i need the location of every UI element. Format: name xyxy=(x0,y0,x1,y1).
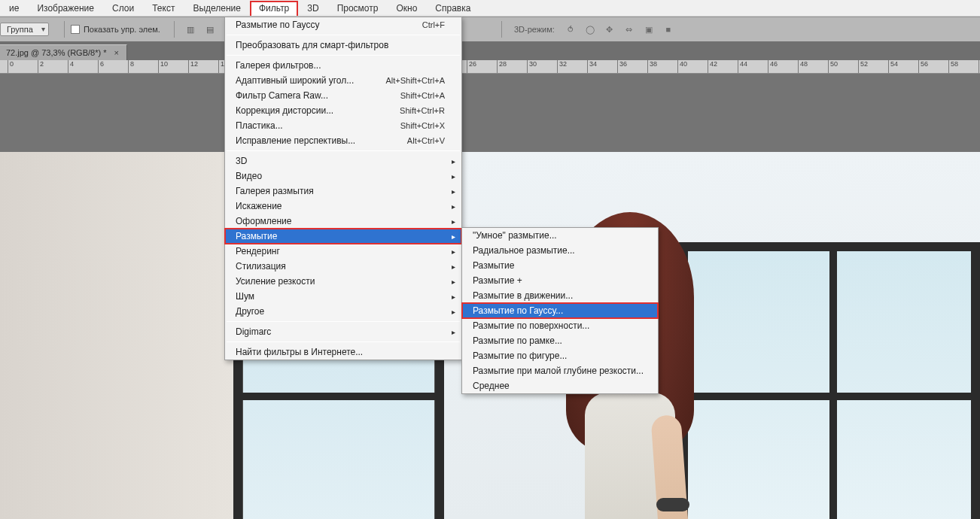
ruler-tick: 2 xyxy=(38,60,44,74)
menu-image[interactable]: Изображение xyxy=(28,1,103,16)
photo-wall xyxy=(0,152,233,519)
orbit-icon[interactable]: ⥀ xyxy=(563,23,578,36)
submenu-item-motion-blur[interactable]: Размытие в движении... xyxy=(462,288,658,303)
ruler-tick: 32 xyxy=(557,60,567,74)
slide-icon[interactable]: ⇔ xyxy=(622,23,637,36)
menu-3d[interactable]: 3D xyxy=(298,1,327,16)
menu-label: Исправление перспективы... xyxy=(236,135,355,146)
menu-shortcut: Ctrl+F xyxy=(422,20,445,29)
menu-edit-partial[interactable]: ие xyxy=(0,1,28,16)
menu-label: Радиальное размытие... xyxy=(473,245,575,256)
menu-separator xyxy=(227,150,460,151)
align-icon[interactable]: ▥ xyxy=(183,23,198,36)
menu-label: Пластика... xyxy=(236,120,283,131)
scale-icon[interactable]: ▣ xyxy=(641,23,656,36)
menu-shortcut: Alt+Shift+Ctrl+A xyxy=(385,76,445,85)
menu-separator xyxy=(227,35,460,35)
menu-label: "Умное" размытие... xyxy=(473,230,557,241)
menu-item-blur[interactable]: Размытие xyxy=(225,229,461,244)
menu-label: Усиление резкости xyxy=(236,276,315,287)
menu-label: Галерея фильтров... xyxy=(236,60,321,71)
group-select[interactable]: Группа xyxy=(0,23,49,36)
menu-item-digimarc[interactable]: Digimarc xyxy=(225,324,461,339)
options-bar: Группа Показать упр. элем. ▥ ▤ ▦ 3D-режи… xyxy=(0,17,980,42)
menu-layers[interactable]: Слои xyxy=(103,1,143,16)
document-tab[interactable]: 72.jpg @ 73,3% (RGB/8*) * × xyxy=(0,44,127,60)
menu-item-video[interactable]: Видео xyxy=(225,168,461,184)
submenu-item-surface-blur[interactable]: Размытие по поверхности... xyxy=(462,318,658,333)
submenu-item-blur[interactable]: Размытие xyxy=(462,258,658,273)
ruler-tick: 56 xyxy=(918,60,928,74)
menu-item-browse-online[interactable]: Найти фильтры в Интернете... xyxy=(225,344,461,360)
pan-icon[interactable]: ✥ xyxy=(602,23,617,36)
menu-label: Преобразовать для смарт-фильтров xyxy=(236,40,388,50)
ruler-tick: 28 xyxy=(497,60,507,74)
menu-item-3d[interactable]: 3D xyxy=(225,153,461,168)
menu-item-pixelate[interactable]: Оформление xyxy=(225,214,461,229)
menu-item-vanishing-point[interactable]: Исправление перспективы... Alt+Ctrl+V xyxy=(225,133,461,148)
ruler-tick: 8 xyxy=(128,60,134,74)
menu-item-noise[interactable]: Шум xyxy=(225,289,461,304)
ruler-tick: 12 xyxy=(188,60,198,74)
menu-text[interactable]: Текст xyxy=(143,1,184,16)
menu-item-last-filter[interactable]: Размытие по Гауссу Ctrl+F xyxy=(225,17,461,32)
menu-label: Фильтр Camera Raw... xyxy=(236,90,328,101)
menu-label: Размытие по рамке... xyxy=(473,335,562,346)
menu-item-sharpen[interactable]: Усиление резкости xyxy=(225,274,461,289)
camera-icon[interactable]: ■ xyxy=(661,23,676,36)
ruler-tick: 38 xyxy=(647,60,657,74)
menu-label: Размытие в движении... xyxy=(473,290,573,301)
menu-select[interactable]: Выделение xyxy=(184,1,250,16)
menu-item-stylize[interactable]: Стилизация xyxy=(225,259,461,274)
menu-shortcut: Shift+Ctrl+R xyxy=(400,106,445,115)
submenu-item-smart-blur[interactable]: "Умное" размытие... xyxy=(462,228,658,243)
ruler-tick: 34 xyxy=(587,60,597,74)
close-tab-icon[interactable]: × xyxy=(114,48,118,57)
menu-view[interactable]: Просмотр xyxy=(328,1,388,16)
ruler-tick: 54 xyxy=(888,60,898,74)
menu-filter[interactable]: Фильтр xyxy=(250,1,298,16)
menu-separator xyxy=(227,55,460,56)
submenu-item-box-blur[interactable]: Размытие по рамке... xyxy=(462,333,658,348)
submenu-item-radial-blur[interactable]: Радиальное размытие... xyxy=(462,243,658,258)
align-icon-2[interactable]: ▤ xyxy=(202,23,218,36)
menu-label: 3D xyxy=(236,156,247,166)
menu-item-lens-correction[interactable]: Коррекция дисторсии... Shift+Ctrl+R xyxy=(225,103,461,118)
blur-submenu: "Умное" размытие... Радиальное размытие.… xyxy=(461,227,659,394)
ruler-tick: 10 xyxy=(158,60,168,74)
menu-label: Размытие по Гауссу xyxy=(236,20,319,30)
menu-item-camera-raw[interactable]: Фильтр Camera Raw... Shift+Ctrl+A xyxy=(225,88,461,103)
menu-item-blur-gallery[interactable]: Галерея размытия xyxy=(225,184,461,199)
roll-icon[interactable]: ◯ xyxy=(583,23,598,36)
submenu-item-shape-blur[interactable]: Размытие по фигуре... xyxy=(462,348,658,363)
mode-3d-toolbar: ⥀ ◯ ✥ ⇔ ▣ ■ xyxy=(561,23,678,36)
ruler-tick: 46 xyxy=(768,60,778,74)
menu-label: Размытие при малой глубине резкости... xyxy=(473,366,644,376)
divider xyxy=(501,21,502,38)
ruler-tick: 6 xyxy=(98,60,104,74)
submenu-item-average[interactable]: Среднее xyxy=(462,378,658,393)
menu-item-distort[interactable]: Искажение xyxy=(225,199,461,214)
menu-item-adaptive-wide[interactable]: Адаптивный широкий угол... Alt+Shift+Ctr… xyxy=(225,73,461,88)
menu-item-convert-smart[interactable]: Преобразовать для смарт-фильтров xyxy=(225,38,461,53)
menu-window[interactable]: Окно xyxy=(387,1,426,16)
menu-label: Размытие по фигуре... xyxy=(473,351,567,361)
menu-label: Видео xyxy=(236,171,262,181)
menu-item-liquify[interactable]: Пластика... Shift+Ctrl+X xyxy=(225,118,461,133)
submenu-item-blur-more[interactable]: Размытие + xyxy=(462,273,658,288)
menu-item-render[interactable]: Рендеринг xyxy=(225,244,461,259)
menu-label: Рендеринг xyxy=(236,246,280,256)
menu-label: Digimarc xyxy=(236,326,271,337)
menu-item-other[interactable]: Другое xyxy=(225,304,461,319)
divider xyxy=(64,21,65,38)
menu-item-filter-gallery[interactable]: Галерея фильтров... xyxy=(225,58,461,73)
ruler-tick: 58 xyxy=(948,60,958,74)
submenu-item-gaussian-blur[interactable]: Размытие по Гауссу... xyxy=(462,303,658,318)
menu-help[interactable]: Справка xyxy=(426,1,479,16)
divider xyxy=(174,21,175,38)
show-controls-checkbox[interactable] xyxy=(71,25,80,34)
ruler-tick: 0 xyxy=(8,60,14,74)
ruler-tick: 30 xyxy=(527,60,537,74)
ruler-tick: 26 xyxy=(467,60,476,74)
submenu-item-lens-blur[interactable]: Размытие при малой глубине резкости... xyxy=(462,363,658,378)
